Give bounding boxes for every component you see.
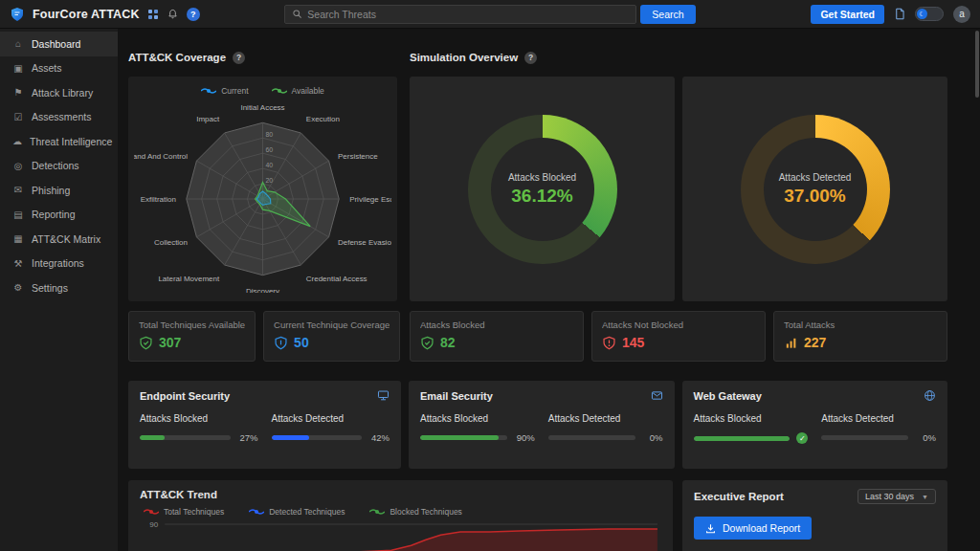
blocked-techniques-marker	[369, 508, 385, 516]
endpoint-attacks-blocked-metric: Attacks Blocked 27%	[140, 413, 258, 443]
email-security-card: Email Security Attacks Blocked 90% Attac…	[409, 381, 675, 469]
stat-total-techniques-available: Total Techniques Available 307	[128, 311, 256, 362]
svg-text:90: 90	[149, 520, 159, 529]
help-icon[interactable]: ?	[187, 8, 200, 21]
phishing-icon: ✉	[12, 185, 24, 195]
attacks-detected-donut-card: Attacks Detected 37.00%	[682, 77, 947, 301]
legend-current: Current	[201, 86, 248, 96]
shield-check-icon	[420, 336, 434, 350]
stat-total-attacks: Total Attacks 227	[773, 311, 947, 362]
attacks-blocked-donut-card: Attacks Blocked 36.12%	[410, 77, 675, 301]
sidebar-item-settings[interactable]: ⚙Settings	[0, 276, 118, 300]
assets-icon: ▣	[12, 63, 24, 74]
apps-icon[interactable]	[147, 9, 159, 20]
simulation-section-header: Simulation Overview ?	[410, 50, 947, 65]
svg-text:Collection: Collection	[154, 238, 188, 247]
svg-text:Defense Evasion: Defense Evasion	[338, 238, 391, 247]
attacks-blocked-donut: Attacks Blocked 36.12%	[468, 115, 617, 264]
reporting-icon: ▤	[12, 209, 24, 220]
legend-available: Available	[272, 86, 324, 96]
endpoint-security-card: Endpoint Security Attacks Blocked 27% At…	[128, 381, 401, 469]
avatar[interactable]: a	[953, 6, 970, 23]
assessments-icon: ☑	[12, 112, 24, 122]
endpoint-icon	[377, 389, 390, 402]
legend-detected-techniques: Detected Techniques	[249, 507, 345, 517]
simulation-help-icon[interactable]: ?	[524, 52, 537, 64]
detected-techniques-marker	[249, 508, 264, 516]
svg-text:Privilege Esc: Privilege Esc	[349, 195, 391, 204]
sidebar-item-phishing[interactable]: ✉Phishing	[0, 178, 118, 203]
svg-text:20: 20	[265, 177, 273, 184]
sidebar-item-attack-library[interactable]: ⚑Attack Library	[0, 80, 118, 105]
svg-text:Command And Control: Command And Control	[134, 152, 188, 161]
document-icon[interactable]	[894, 8, 905, 20]
email-attacks-blocked-metric: Attacks Blocked 90%	[420, 413, 535, 443]
email-attacks-detected-metric: Attacks Detected 0%	[548, 413, 663, 443]
moon-icon: ☾	[917, 9, 927, 19]
web-gateway-card: Web Gateway Attacks Blocked ✓ Attacks De…	[682, 381, 948, 469]
bar-chart-icon	[784, 336, 798, 350]
settings-icon: ⚙	[12, 282, 24, 293]
page-scrollbar[interactable]	[975, 31, 979, 98]
theme-toggle[interactable]: ☾	[915, 7, 944, 21]
sidebar-item-assets[interactable]: ▣Assets	[0, 56, 118, 81]
search-box	[284, 5, 636, 24]
shield-check-icon	[139, 336, 153, 350]
trend-chart: 9060	[140, 519, 661, 551]
sidebar-item-integrations[interactable]: ⚒Integrations	[0, 252, 118, 276]
stat-attacks-not-blocked: Attacks Not Blocked 145	[591, 311, 766, 362]
svg-text:Execution: Execution	[306, 115, 340, 123]
progress-bar	[140, 435, 231, 440]
sidebar-item-reporting[interactable]: ▤Reporting	[0, 203, 118, 228]
legend-blocked-techniques: Blocked Techniques	[369, 507, 461, 517]
brand-title: FourCore ATTACK	[33, 8, 140, 21]
sidebar-item-attck-matrix[interactable]: ▦ATT&CK Matrix	[0, 227, 118, 252]
progress-bar	[821, 435, 908, 440]
progress-bar	[272, 435, 363, 440]
fourcore-logo-icon[interactable]	[10, 7, 25, 22]
attck-matrix-icon: ▦	[12, 233, 24, 244]
simulation-title: Simulation Overview	[410, 52, 518, 63]
attck-coverage-panel: Current Available 20406080Initial Access…	[128, 77, 397, 301]
sidebar-item-threat-intelligence[interactable]: ☁Threat Intelligence	[0, 129, 118, 154]
topbar: FourCore ATTACK ? Search Get Started	[0, 0, 980, 29]
current-series-marker	[201, 87, 216, 95]
get-started-button[interactable]: Get Started	[811, 5, 884, 24]
stat-attacks-blocked: Attacks Blocked 82	[410, 311, 584, 362]
total-techniques-marker	[144, 508, 159, 516]
endpoint-attacks-detected-metric: Attacks Detected 42%	[272, 413, 390, 443]
sidebar-item-assessments[interactable]: ☑Assessments	[0, 105, 118, 130]
notifications-icon[interactable]	[167, 8, 179, 20]
svg-text:Impact: Impact	[196, 115, 220, 123]
coverage-help-icon[interactable]: ?	[233, 52, 245, 64]
download-report-button[interactable]: Download Report	[694, 517, 812, 540]
threat-intelligence-icon: ☁	[12, 136, 22, 146]
sidebar-item-dashboard[interactable]: ⌂Dashboard	[0, 32, 118, 56]
executive-report-panel: Executive Report Last 30 days ▼ Download…	[682, 480, 947, 551]
web-gateway-attacks-blocked-metric: Attacks Blocked ✓	[694, 413, 809, 444]
email-icon	[651, 389, 663, 402]
search-icon	[292, 9, 302, 19]
radar-chart: 20406080Initial AccessExecutionPersisten…	[134, 98, 391, 293]
success-check-icon: ✓	[796, 432, 808, 444]
attack-library-icon: ⚑	[12, 87, 24, 98]
svg-text:Persistence: Persistence	[338, 152, 378, 161]
web-gateway-attacks-detected-metric: Attacks Detected 0%	[821, 413, 936, 444]
sidebar: ⌂Dashboard ▣Assets ⚑Attack Library ☑Asse…	[0, 29, 118, 551]
attck-trend-panel: ATT&CK Trend Total Techniques Detected T…	[128, 480, 673, 551]
search-button[interactable]: Search	[640, 5, 695, 24]
legend-total-techniques: Total Techniques	[144, 507, 224, 517]
search-input[interactable]	[307, 9, 629, 20]
svg-text:Exfiltration: Exfiltration	[141, 195, 176, 204]
date-range-select[interactable]: Last 30 days ▼	[858, 489, 936, 504]
web-gateway-icon	[924, 389, 936, 402]
svg-text:80: 80	[265, 131, 273, 138]
coverage-title: ATT&CK Coverage	[128, 52, 226, 63]
sidebar-item-detections[interactable]: ◎Detections	[0, 154, 118, 179]
progress-bar	[548, 435, 635, 440]
main-content: ATT&CK Coverage ? Current Available 2040…	[118, 29, 980, 551]
svg-text:Initial Access: Initial Access	[240, 103, 284, 112]
progress-bar	[694, 436, 791, 441]
attacks-detected-donut: Attacks Detected 37.00%	[741, 115, 890, 264]
svg-text:60: 60	[265, 146, 273, 153]
